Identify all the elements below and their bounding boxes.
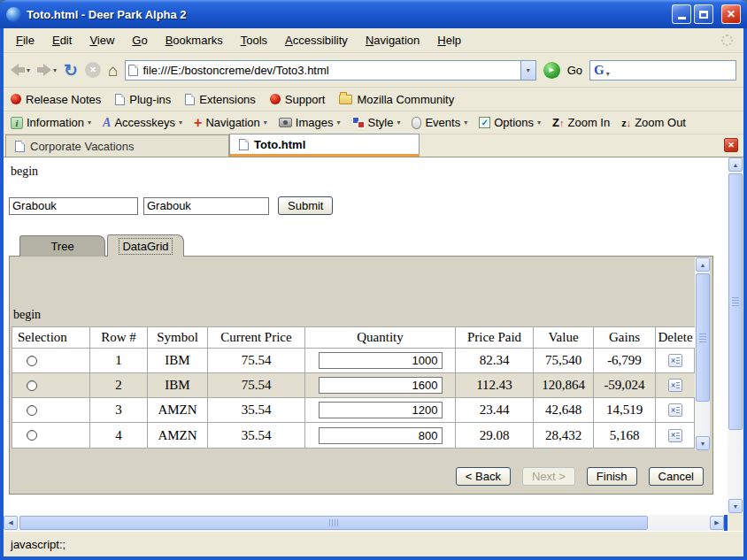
delete-icon[interactable]: ×: [668, 429, 682, 442]
cell-price-paid: 23.44: [456, 398, 534, 423]
delete-icon[interactable]: ×: [668, 403, 682, 417]
scroll-up-button[interactable]: ▲: [696, 257, 710, 272]
row-radio[interactable]: [27, 430, 37, 441]
chevron-down-icon: ▾: [264, 119, 267, 127]
menu-go[interactable]: Go: [123, 30, 156, 50]
back-wizard-button[interactable]: < Back: [456, 467, 511, 486]
cancel-button[interactable]: Cancel: [649, 467, 704, 486]
main-vertical-scrollbar[interactable]: ▲ ▼: [728, 157, 743, 513]
devbar-item-zoom-out[interactable]: z↓ Zoom Out: [621, 116, 686, 129]
tab-datagrid[interactable]: DataGrid: [107, 234, 184, 257]
stop-icon: ✕: [89, 65, 96, 74]
scroll-up-button[interactable]: ▲: [728, 157, 743, 172]
close-button[interactable]: ✕: [721, 4, 741, 24]
devbar-item-accesskeys[interactable]: A Accesskeys ▾: [103, 116, 182, 130]
cell-gains: 5,168: [594, 423, 656, 448]
bookmark-support[interactable]: Support: [270, 93, 326, 106]
page-icon: [115, 94, 125, 105]
cell-gains: -6,799: [594, 349, 656, 373]
cell-symbol: IBM: [148, 349, 208, 373]
chevron-down-icon: ▾: [464, 119, 467, 127]
devbar-label: Events: [425, 116, 460, 129]
scrollbar-thumb[interactable]: [696, 273, 710, 402]
quantity-input[interactable]: [319, 427, 443, 444]
right-arrow-icon: ▶: [714, 519, 719, 526]
quantity-input[interactable]: [319, 402, 443, 418]
devbar-item-events[interactable]: Events ▾: [412, 116, 467, 129]
scroll-down-button[interactable]: ▼: [696, 436, 710, 450]
submit-button[interactable]: Submit: [278, 196, 333, 215]
finish-button[interactable]: Finish: [587, 467, 637, 486]
mozilla-icon: [11, 94, 21, 104]
menu-edit[interactable]: Edit: [43, 30, 81, 50]
back-button[interactable]: ▾: [11, 64, 30, 76]
maximize-button[interactable]: [694, 4, 713, 24]
tab-toto-html[interactable]: Toto.html: [229, 134, 420, 157]
menu-help[interactable]: Help: [428, 30, 470, 50]
back-dropdown-icon[interactable]: ▾: [27, 66, 30, 74]
row-radio[interactable]: [27, 380, 37, 391]
delete-icon[interactable]: ×: [668, 379, 682, 392]
forward-dropdown-icon[interactable]: ▾: [53, 66, 57, 74]
quantity-input[interactable]: [319, 377, 443, 394]
bookmark-plugins[interactable]: Plug-ins: [115, 93, 171, 106]
cell-row-number: 1: [90, 349, 148, 373]
menu-navigation[interactable]: Navigation: [357, 30, 428, 50]
zoom-out-icon: z↓: [621, 116, 631, 129]
scroll-right-button[interactable]: ▶: [710, 516, 724, 530]
column-header-value: Value: [534, 327, 594, 349]
devbar-item-images[interactable]: Images ▾: [279, 116, 341, 129]
cell-gains: -59,024: [594, 373, 656, 398]
devbar-item-information[interactable]: i Information ▾: [11, 116, 91, 129]
row-radio[interactable]: [27, 405, 37, 416]
url-bar[interactable]: file:///E:/bostoncreme/dev/Toto3.html ▾: [125, 60, 535, 81]
row-radio[interactable]: [27, 356, 37, 366]
bookmark-mozilla-community[interactable]: Mozilla Community: [339, 93, 454, 106]
minimize-button[interactable]: [672, 4, 691, 24]
name-field-1[interactable]: [9, 197, 138, 215]
menu-accessibility[interactable]: Accessibility: [276, 30, 357, 50]
begin-text: begin: [11, 165, 38, 179]
search-input[interactable]: G ▾: [589, 60, 736, 81]
scrollbar-thumb[interactable]: [728, 173, 743, 430]
grid-begin-text: begin: [13, 308, 41, 322]
cell-row-number: 4: [90, 423, 148, 448]
tab-tree[interactable]: Tree: [19, 235, 105, 257]
grip-icon: [329, 519, 338, 526]
bookmark-extensions[interactable]: Extensions: [185, 93, 256, 106]
close-tab-button[interactable]: ✕: [724, 138, 738, 152]
page-content: begin Submit Tree DataGrid begin Selecti…: [4, 157, 728, 515]
reload-button[interactable]: ↻: [64, 62, 78, 79]
name-field-2[interactable]: [143, 197, 269, 215]
menu-tools[interactable]: Tools: [232, 30, 276, 50]
grid-vertical-scrollbar[interactable]: ▲ ▼: [695, 257, 710, 450]
url-history-dropdown[interactable]: ▾: [520, 61, 535, 80]
tab-corporate-vacations[interactable]: Corporate Vacations: [5, 134, 229, 157]
quantity-input[interactable]: [319, 352, 443, 369]
scroll-left-button[interactable]: ◀: [4, 516, 18, 530]
search-engine-dropdown-icon[interactable]: ▾: [606, 70, 610, 78]
menu-view[interactable]: View: [81, 30, 123, 50]
go-play-icon: ▶: [549, 66, 553, 73]
go-label[interactable]: Go: [567, 64, 582, 77]
home-button[interactable]: ⌂: [108, 62, 118, 79]
forward-button[interactable]: ▾: [37, 64, 57, 76]
cell-value: 28,432: [534, 423, 594, 448]
bookmark-label: Mozilla Community: [357, 93, 454, 106]
horizontal-scrollbar[interactable]: ◀ ▶: [4, 515, 724, 531]
delete-icon[interactable]: ×: [668, 354, 682, 367]
stop-button[interactable]: ✕: [85, 62, 101, 78]
wizard-buttons: < Back Next > Finish Cancel: [456, 467, 704, 486]
go-button[interactable]: ▶: [543, 62, 560, 79]
devbar-item-zoom-in[interactable]: Z↑ Zoom In: [552, 116, 610, 129]
menu-bookmarks[interactable]: Bookmarks: [157, 30, 232, 50]
devbar-item-options[interactable]: ✓ Options ▾: [479, 116, 541, 129]
bookmark-release-notes[interactable]: Release Notes: [11, 93, 101, 106]
devbar-item-style[interactable]: Style ▾: [352, 116, 401, 129]
scroll-down-button[interactable]: ▼: [728, 499, 743, 513]
devbar-item-navigation[interactable]: + Navigation ▾: [194, 116, 267, 130]
url-text[interactable]: file:///E:/bostoncreme/dev/Toto3.html: [142, 64, 515, 77]
menu-file[interactable]: File: [7, 30, 43, 50]
grip-icon: [699, 334, 706, 342]
scrollbar-thumb[interactable]: [19, 516, 648, 530]
